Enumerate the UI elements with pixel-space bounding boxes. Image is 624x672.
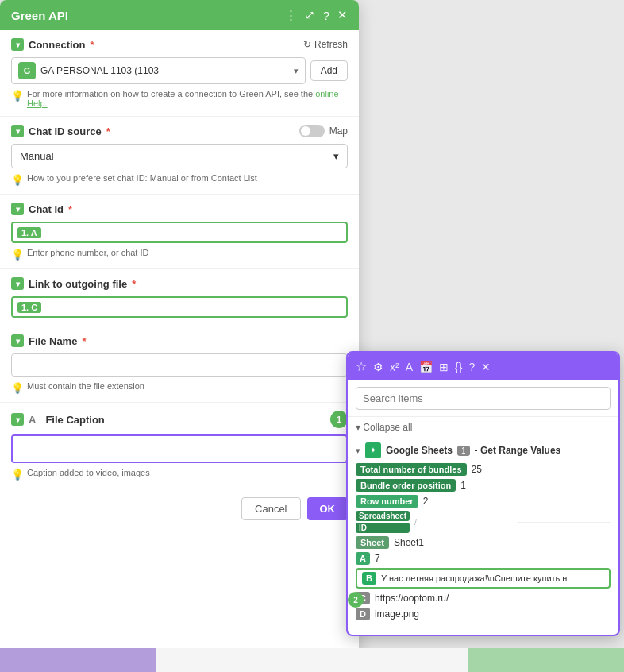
total-bundles-tag[interactable]: Total number of bundles <box>356 463 467 476</box>
file-caption-hint: 💡 Caption added to video, images <box>11 468 348 481</box>
link-input[interactable] <box>44 301 341 313</box>
a-value: 7 <box>375 553 380 564</box>
chat-id-input[interactable] <box>44 226 341 238</box>
chevron-down-icon: ▾ <box>294 66 299 76</box>
float-panel: ☆ ⚙ x² A 📅 ⊞ {} ? ✕ Collapse all ▾ ✦ Goo… <box>346 351 620 636</box>
link-section: ▾ Link to outgoing file * 1. C <box>0 269 359 326</box>
sheets-icon: ✦ <box>365 442 381 458</box>
chat-id-source-select[interactable]: Manual ▾ <box>11 144 348 168</box>
panel-title: Green API <box>11 9 68 22</box>
chat-id-source-toggle[interactable]: ▾ <box>11 125 24 137</box>
row-number-tag[interactable]: Row number <box>356 495 418 508</box>
collapse-all[interactable]: Collapse all <box>348 417 618 438</box>
bar-white <box>156 648 468 672</box>
chat-id-source-required: * <box>106 126 110 137</box>
refresh-button[interactable]: ↻ Refresh <box>303 39 348 50</box>
map-label: Map <box>329 126 348 137</box>
search-input[interactable] <box>356 387 611 410</box>
link-toggle[interactable]: ▾ <box>11 277 24 290</box>
link-tag: 1. C <box>17 302 41 313</box>
refresh-icon: ↻ <box>303 39 311 50</box>
sheets-title: Google Sheets <box>386 445 453 456</box>
c-value: https://ooptom.ru/ <box>375 593 449 604</box>
chat-id-title: ▾ Chat Id * <box>11 203 72 215</box>
info-icon: 💡 <box>11 382 24 394</box>
help-icon[interactable]: ? <box>468 361 475 373</box>
letter-b-tag[interactable]: B <box>362 572 376 585</box>
chat-id-source-header: ▾ Chat ID source * Map <box>11 125 348 137</box>
total-bundles-value: 25 <box>472 464 482 475</box>
chat-id-source-section: ▾ Chat ID source * Map Manual ▾ 💡 How to… <box>0 117 359 195</box>
file-caption-input[interactable] <box>11 434 348 463</box>
dots-icon[interactable]: ⋮ <box>285 8 297 22</box>
list-item: Total number of bundles 25 <box>356 463 611 476</box>
bundle-order-tag[interactable]: Bundle order position <box>356 479 456 492</box>
cancel-button[interactable]: Cancel <box>241 497 300 520</box>
step-1-badge: 1 <box>330 411 348 428</box>
chevron-down-icon: ▾ <box>333 150 339 162</box>
file-caption-toggle[interactable]: ▾ <box>11 413 24 426</box>
help-icon[interactable]: ? <box>323 9 329 22</box>
superscript-icon[interactable]: x² <box>390 361 399 373</box>
calendar-icon[interactable]: 📅 <box>419 361 433 373</box>
connection-section-header: ▾ Connection * ↻ Refresh <box>11 38 348 51</box>
chat-id-toggle[interactable]: ▾ <box>11 203 24 215</box>
connection-info: 💡 For more information on how to create … <box>11 89 348 108</box>
list-item: Row number 2 <box>356 495 611 508</box>
file-caption-section: ▾ A File Caption 1 💡 Caption added to vi… <box>0 403 359 489</box>
float-header: ☆ ⚙ x² A 📅 ⊞ {} ? ✕ <box>348 353 618 380</box>
text-icon[interactable]: A <box>406 361 413 373</box>
d-value: image.png <box>375 608 419 620</box>
chat-id-hint-text: 💡 Enter phone number, or chat ID <box>11 248 348 261</box>
list-item: C https://ooptom.ru/ <box>356 592 611 604</box>
connection-section: ▾ Connection * ↻ Refresh G GA PERSONAL 1… <box>0 30 359 117</box>
letter-d-tag[interactable]: D <box>356 608 370 620</box>
spreadsheet-id-value: / <box>414 517 508 527</box>
float-header-icons: ☆ ⚙ x² A 📅 ⊞ {} ? ✕ <box>356 359 491 374</box>
ok-button[interactable]: OK <box>307 497 349 520</box>
code-icon[interactable]: {} <box>455 361 462 373</box>
filename-toggle[interactable]: ▾ <box>11 334 24 347</box>
chat-id-hint: 💡 How to you prefere set chat ID: Manual… <box>11 173 348 186</box>
map-switch[interactable] <box>299 125 325 137</box>
id-tag[interactable]: ID <box>356 523 410 533</box>
panel-body: ▾ Connection * ↻ Refresh G GA PERSONAL 1… <box>0 30 359 669</box>
filename-input[interactable] <box>11 353 348 377</box>
sheets-badge: 1 <box>457 446 470 456</box>
expand-icon[interactable]: ⤢ <box>305 8 315 22</box>
list-item: A 7 <box>356 552 611 565</box>
float-close-icon[interactable]: ✕ <box>481 361 491 373</box>
map-toggle: Map <box>299 125 348 137</box>
bar-green <box>468 648 625 672</box>
panel-header: Green API ⋮ ⤢ ? ✕ <box>0 0 359 30</box>
sheet-value: Sheet1 <box>394 537 424 548</box>
add-connection-button[interactable]: Add <box>310 60 348 81</box>
spreadsheet-tag[interactable]: Spreadsheet <box>356 511 410 521</box>
letter-a-tag[interactable]: A <box>356 552 370 565</box>
info-icon: 💡 <box>11 249 24 261</box>
sheets-header: ▾ ✦ Google Sheets 1 - Get Range Values <box>356 442 611 458</box>
connection-select[interactable]: G GA PERSONAL 1103 (1103 ▾ <box>11 57 306 84</box>
connection-row: G GA PERSONAL 1103 (1103 ▾ Add <box>11 57 348 84</box>
chat-id-source-title: ▾ Chat ID source * <box>11 125 110 137</box>
sheets-item: ▾ ✦ Google Sheets 1 - Get Range Values T… <box>356 442 611 620</box>
connection-toggle[interactable]: ▾ <box>11 38 24 51</box>
file-caption-title: ▾ A File Caption <box>11 413 105 426</box>
filename-section: ▾ File Name * 💡 Must contain the file ex… <box>0 326 359 403</box>
list-item: D image.png <box>356 608 611 620</box>
bar-purple <box>0 648 156 672</box>
filename-hint: 💡 Must contain the file extension <box>11 381 348 394</box>
star-icon[interactable]: ☆ <box>356 359 367 374</box>
close-icon[interactable]: ✕ <box>337 8 348 22</box>
spreadsheet-id-line <box>517 522 611 523</box>
chat-id-tag: 1. A <box>17 227 41 238</box>
gear-icon[interactable]: ⚙ <box>373 361 383 373</box>
table-icon[interactable]: ⊞ <box>439 361 449 373</box>
step-2-badge: 2 <box>348 592 364 608</box>
chat-id-header: ▾ Chat Id * <box>11 203 348 215</box>
sheet-tag[interactable]: Sheet <box>356 536 389 549</box>
info-icon: 💡 <box>11 90 24 102</box>
connection-info-text: For more information on how to create a … <box>27 89 348 108</box>
float-body: ▾ ✦ Google Sheets 1 - Get Range Values T… <box>348 438 618 635</box>
connection-required: * <box>91 39 94 51</box>
